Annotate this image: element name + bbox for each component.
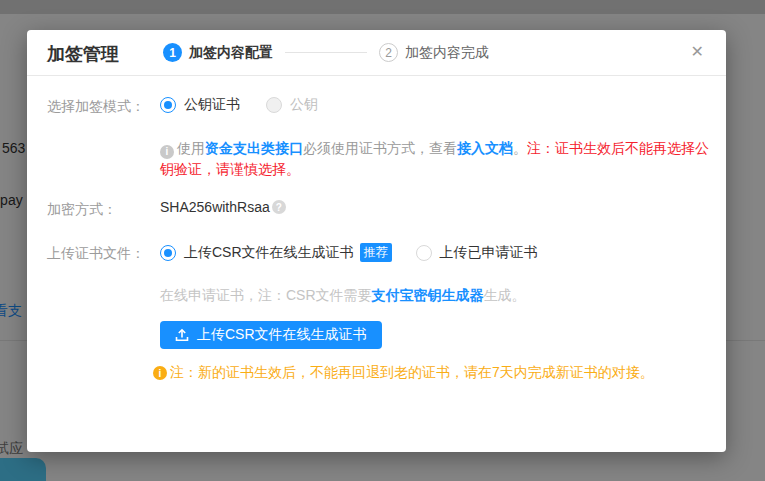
- cert-info-text-1: 使用: [177, 140, 205, 156]
- upload-cert-label: 上传证书文件：: [47, 245, 145, 263]
- close-icon[interactable]: ✕: [691, 42, 704, 62]
- radio-public-key[interactable]: [266, 97, 282, 113]
- radio-public-key-label: 公钥: [290, 96, 318, 114]
- radio-upload-existing-label[interactable]: 上传已申请证书: [440, 244, 538, 262]
- recommend-badge: 推荐: [360, 243, 392, 262]
- cert-info-hint: i使用资金支出类接口必须使用证书方式，查看接入文档。注：证书生效后不能再选择公钥…: [160, 138, 722, 180]
- screen: 563 ipay 看支 试应 加签管理 1 加签内容配置 2 加签内容完成 ✕ …: [0, 0, 765, 481]
- dialog-title: 加签管理: [47, 42, 119, 66]
- csr-note-text-1: 在线申请证书，注：CSR文件需要: [160, 287, 372, 303]
- info-icon: i: [160, 145, 174, 159]
- fund-api-link[interactable]: 资金支出类接口: [205, 140, 303, 156]
- radio-upload-existing[interactable]: [416, 245, 432, 261]
- encrypt-method-value-row: SHA256withRsaa ?: [160, 199, 286, 215]
- csr-note-text-2: 生成。: [484, 287, 526, 303]
- bottom-warning-text: 注：新的证书生效后，不能再回退到老的证书，请在7天内完成新证书的对接。: [170, 364, 654, 382]
- radio-public-key-cert[interactable]: [160, 97, 176, 113]
- upload-csr-button[interactable]: 上传CSR文件在线生成证书: [160, 321, 382, 349]
- warning-icon: i: [153, 366, 167, 380]
- step-connector-line: [285, 52, 367, 53]
- encrypt-method-value: SHA256withRsaa: [160, 199, 270, 215]
- step-2-label: 加签内容完成: [405, 44, 489, 62]
- radio-upload-csr[interactable]: [160, 245, 176, 261]
- key-generator-link[interactable]: 支付宝密钥生成器: [372, 287, 484, 303]
- upload-cert-options: 上传CSR文件在线生成证书 推荐 上传已申请证书: [160, 243, 564, 262]
- upload-icon: [175, 328, 189, 342]
- cert-info-text-2: 必须使用证书方式，查看: [303, 140, 457, 156]
- csr-note: 在线申请证书，注：CSR文件需要支付宝密钥生成器生成。: [160, 287, 526, 305]
- access-doc-link[interactable]: 接入文档: [457, 140, 513, 156]
- step-1-circle: 1: [163, 43, 182, 62]
- sign-mode-label: 选择加签模式：: [47, 98, 145, 116]
- step-1-label: 加签内容配置: [189, 44, 273, 62]
- sign-mode-options: 公钥证书 公钥: [160, 96, 344, 114]
- upload-csr-button-label: 上传CSR文件在线生成证书: [197, 326, 367, 344]
- radio-public-key-cert-label[interactable]: 公钥证书: [184, 96, 240, 114]
- cert-info-text-3: 。: [513, 140, 527, 156]
- step-2-circle: 2: [379, 43, 398, 62]
- help-icon[interactable]: ?: [272, 200, 286, 214]
- bottom-warning: i 注：新的证书生效后，不能再回退到老的证书，请在7天内完成新证书的对接。: [153, 364, 654, 382]
- step-wizard: 1 加签内容配置 2 加签内容完成: [163, 43, 489, 62]
- dialog-header: 加签管理 1 加签内容配置 2 加签内容完成 ✕: [27, 30, 726, 76]
- radio-upload-csr-label[interactable]: 上传CSR文件在线生成证书: [184, 244, 354, 262]
- dialog-sign-management: 加签管理 1 加签内容配置 2 加签内容完成 ✕ 选择加签模式： 公钥证书 公钥…: [27, 30, 726, 452]
- encrypt-method-label: 加密方式：: [47, 201, 117, 219]
